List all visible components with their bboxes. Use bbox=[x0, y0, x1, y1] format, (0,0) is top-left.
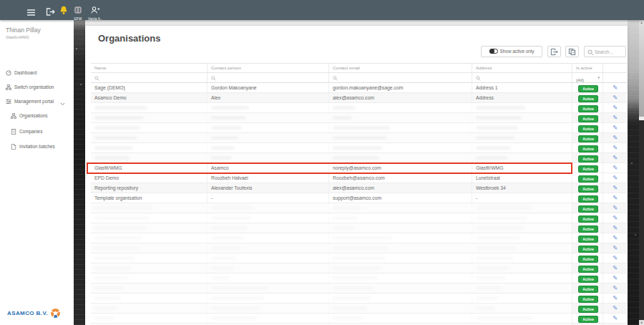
search-box[interactable] bbox=[584, 46, 626, 57]
sidebar-item-label: Management portal bbox=[14, 99, 54, 104]
column-header-name[interactable]: Name bbox=[91, 64, 208, 72]
gfw-app-button[interactable]: GFW bbox=[70, 4, 86, 21]
table-row[interactable]: Active ✎ bbox=[91, 113, 627, 123]
table-row[interactable]: Active ✎ bbox=[91, 273, 627, 283]
table-row[interactable]: Active ✎ bbox=[91, 103, 627, 113]
status-badge: Active bbox=[578, 105, 598, 112]
filter-name-input[interactable] bbox=[91, 73, 208, 82]
blurred-row-overlay bbox=[91, 223, 572, 233]
table-row[interactable]: Active ✎ bbox=[91, 233, 627, 243]
cell-is-active: Active bbox=[572, 253, 603, 263]
table-row[interactable]: Active ✎ bbox=[91, 283, 627, 294]
sidebar-item-label: Dashboard bbox=[14, 70, 36, 75]
column-header-address[interactable]: Address bbox=[472, 64, 572, 72]
cell-is-active: Active bbox=[572, 243, 603, 253]
cell-is-active: Active bbox=[572, 213, 603, 223]
status-badge: Active bbox=[578, 225, 598, 233]
edit-icon[interactable]: ✎ bbox=[603, 173, 627, 183]
edit-icon[interactable]: ✎ bbox=[603, 263, 627, 273]
edit-icon[interactable]: ✎ bbox=[603, 193, 627, 203]
table-row[interactable]: Active ✎ bbox=[91, 133, 627, 143]
organisations-table: Name Contact person Contact email Addres… bbox=[91, 63, 627, 325]
edit-icon[interactable]: ✎ bbox=[603, 83, 627, 92]
table-row[interactable]: Active ✎ bbox=[91, 263, 627, 273]
edit-icon[interactable]: ✎ bbox=[603, 203, 627, 213]
table-row[interactable]: Active ✎ bbox=[91, 153, 627, 163]
edit-icon[interactable]: ✎ bbox=[603, 183, 627, 193]
edit-icon[interactable]: ✎ bbox=[603, 123, 627, 132]
edit-icon[interactable]: ✎ bbox=[603, 253, 627, 263]
edit-icon[interactable]: ✎ bbox=[603, 294, 627, 303]
status-badge: Active bbox=[578, 276, 598, 283]
table-row[interactable]: Asamco Demo Alex alex@asamco.com Address… bbox=[91, 93, 627, 103]
vertical-scrollbar[interactable]: ▴ ▾ bbox=[639, 20, 644, 325]
user-menu-button[interactable]: Vania A.. bbox=[84, 4, 106, 21]
sidebar-item-label: Invitation batches bbox=[19, 144, 55, 149]
scroll-up-arrow[interactable]: ▴ bbox=[639, 20, 644, 25]
table-row[interactable]: EPD Demo Roozbeh Halvaei Roozbeh@asamco.… bbox=[91, 173, 627, 183]
filter-address-input[interactable] bbox=[472, 73, 572, 82]
edit-icon[interactable]: ✎ bbox=[603, 223, 627, 233]
cell-address: Westbroek 34 bbox=[472, 183, 572, 193]
edit-icon[interactable]: ✎ bbox=[603, 273, 627, 283]
edit-icon[interactable]: ✎ bbox=[603, 93, 627, 102]
search-input[interactable] bbox=[595, 47, 625, 56]
status-badge: Active bbox=[578, 256, 598, 263]
sidebar-item-invitation-batches[interactable]: Invitation batches bbox=[0, 141, 74, 151]
filter-is-active-dropdown[interactable]: (All)▾ bbox=[572, 73, 603, 82]
table-row[interactable]: Active ✎ bbox=[91, 143, 627, 153]
table-row[interactable]: Active ✎ bbox=[91, 314, 627, 324]
edit-icon[interactable]: ✎ bbox=[603, 153, 627, 162]
table-row[interactable]: Active ✎ bbox=[91, 213, 627, 223]
export-button[interactable] bbox=[547, 46, 561, 57]
edit-icon[interactable]: ✎ bbox=[603, 213, 627, 223]
edit-icon[interactable]: ✎ bbox=[603, 243, 627, 253]
status-badge: Active bbox=[578, 125, 598, 132]
edit-icon[interactable]: ✎ bbox=[603, 143, 627, 152]
bell-icon[interactable] bbox=[60, 5, 67, 18]
table-row[interactable]: Active ✎ bbox=[91, 304, 627, 314]
table-row[interactable]: Template organisation - support@asamco.c… bbox=[91, 193, 627, 203]
edit-icon[interactable]: ✎ bbox=[603, 103, 627, 112]
edit-icon[interactable]: ✎ bbox=[603, 304, 627, 313]
edit-icon[interactable]: ✎ bbox=[603, 283, 627, 293]
sidebar-item-dashboard[interactable]: Dashboard bbox=[0, 67, 74, 77]
column-chooser-button[interactable] bbox=[565, 46, 579, 57]
sidebar-item-switch-organisation[interactable]: Switch organisation bbox=[0, 82, 74, 92]
table-row-highlighted[interactable]: Glasfit/WMG Asamco noreply@asamco.com Gl… bbox=[91, 163, 627, 173]
logout-icon[interactable] bbox=[46, 6, 55, 19]
dashboard-icon bbox=[6, 70, 11, 76]
edit-icon[interactable]: ✎ bbox=[603, 233, 627, 243]
edit-icon[interactable]: ✎ bbox=[603, 113, 627, 122]
scroll-down-arrow[interactable]: ▾ bbox=[639, 320, 644, 325]
table-row[interactable]: Sage (DEMO) Gordon Makoanyane gordon.mak… bbox=[91, 83, 627, 93]
table-row[interactable]: Active ✎ bbox=[91, 294, 627, 304]
sidebar-item-organisations[interactable]: Organisations bbox=[0, 110, 74, 120]
table-row[interactable]: Active ✎ bbox=[91, 243, 627, 253]
sliders-icon bbox=[6, 99, 11, 105]
table-row[interactable]: Active ✎ bbox=[91, 203, 627, 213]
column-header-contact-person[interactable]: Contact person bbox=[208, 64, 329, 72]
filter-contact-input[interactable] bbox=[208, 73, 329, 82]
status-badge: Active bbox=[578, 115, 598, 122]
edit-icon[interactable]: ✎ bbox=[603, 314, 627, 323]
show-active-only-button[interactable]: Show active only bbox=[481, 46, 542, 57]
table-row[interactable]: Active ✎ bbox=[91, 253, 627, 263]
edit-icon[interactable]: ✎ bbox=[603, 133, 627, 142]
cell-contact-person: Alexander Toufexis bbox=[208, 183, 329, 193]
scrollbar-thumb[interactable] bbox=[639, 25, 644, 117]
status-badge: Active bbox=[578, 236, 598, 243]
table-header-row: Name Contact person Contact email Addres… bbox=[91, 63, 627, 73]
cell-is-active: Active bbox=[572, 173, 603, 183]
cell-is-active: Active bbox=[572, 294, 603, 303]
column-header-is-active[interactable]: Is active bbox=[572, 64, 603, 72]
table-row[interactable]: Reporting repository Alexander Toufexis … bbox=[91, 183, 627, 193]
sidebar-item-companies[interactable]: Companies bbox=[0, 126, 74, 136]
menu-icon[interactable] bbox=[27, 6, 35, 19]
table-row[interactable]: Active ✎ bbox=[91, 123, 627, 133]
column-header-contact-email[interactable]: Contact email bbox=[329, 64, 472, 72]
sidebar-item-management-portal[interactable]: Management portal bbox=[0, 96, 74, 106]
filter-email-input[interactable] bbox=[329, 73, 472, 82]
edit-icon[interactable]: ✎ bbox=[603, 163, 627, 173]
table-row[interactable]: Active ✎ bbox=[91, 223, 627, 233]
